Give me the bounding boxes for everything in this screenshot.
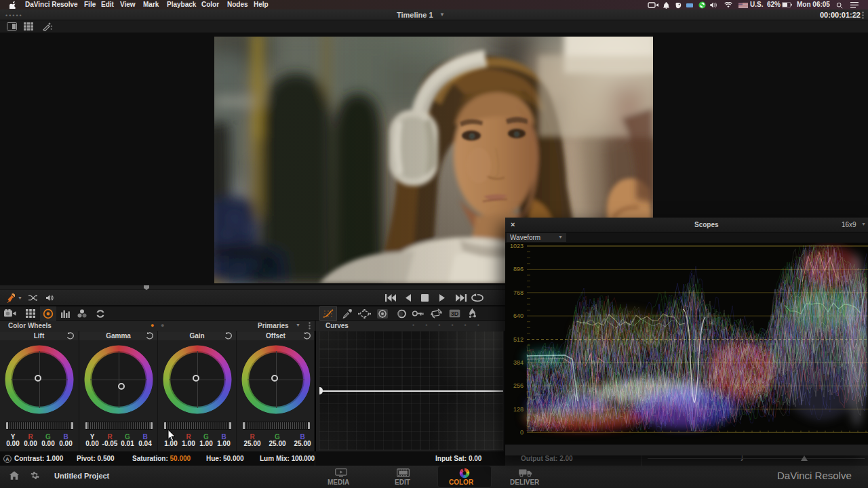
svg-text:A: A xyxy=(5,456,9,462)
svg-text:0: 0 xyxy=(520,429,524,436)
svg-text:384: 384 xyxy=(513,359,524,366)
svg-text:3D: 3D xyxy=(451,310,459,317)
svg-text:896: 896 xyxy=(513,266,524,272)
svg-text:128: 128 xyxy=(513,406,524,413)
svg-text:640: 640 xyxy=(513,312,524,319)
svg-text:768: 768 xyxy=(513,289,524,296)
svg-text:512: 512 xyxy=(513,336,524,343)
svg-text:1023: 1023 xyxy=(510,243,524,249)
svg-text:256: 256 xyxy=(513,382,524,389)
